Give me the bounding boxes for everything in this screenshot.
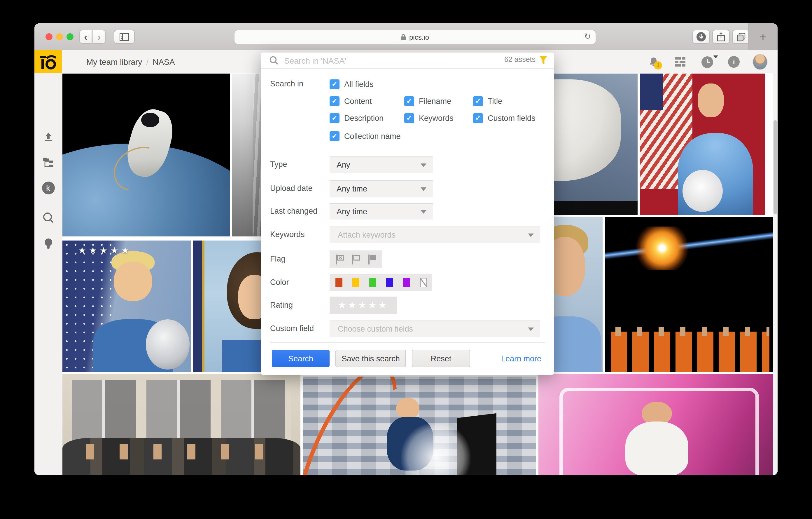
checkbox-filename[interactable]: ✓Filename — [404, 96, 451, 106]
chevron-down-icon — [714, 55, 718, 58]
breadcrumb-separator: / — [146, 57, 148, 66]
search-button[interactable]: Search — [272, 350, 329, 367]
app-sidebar: k ? — [34, 73, 62, 475]
search-input[interactable] — [283, 53, 460, 68]
checkbox-title[interactable]: ✓Title — [473, 96, 502, 106]
advanced-search-panel: 62 assets Search in ✓All fields ✓Content… — [261, 53, 554, 375]
bw-photos-decoration — [72, 380, 291, 444]
address-bar[interactable]: pics.io ↻ — [234, 30, 596, 44]
last-changed-value: Any time — [337, 207, 367, 216]
checkbox-content[interactable]: ✓Content — [329, 96, 372, 106]
thumbnail-rating-stars[interactable]: ★★★★★ — [78, 245, 132, 256]
checkbox-collection-name[interactable]: ✓Collection name — [329, 131, 401, 141]
type-dropdown[interactable]: Any — [329, 157, 433, 173]
thumbnail-pink-module[interactable] — [539, 374, 773, 475]
type-value: Any — [337, 160, 350, 169]
checkbox-keywords[interactable]: ✓Keywords — [404, 113, 454, 123]
thumbnail-iss-lab[interactable] — [303, 377, 536, 475]
view-mode-button[interactable] — [673, 54, 688, 70]
custom-field[interactable] — [337, 324, 506, 334]
minimize-window-button[interactable] — [56, 33, 63, 40]
upload-button[interactable] — [34, 129, 62, 146]
flag-canton-decoration — [640, 74, 662, 110]
help-button[interactable]: ? — [34, 473, 62, 475]
breadcrumb-library[interactable]: My team library — [86, 57, 142, 66]
collections-tree-button[interactable] — [34, 154, 62, 171]
forward-button[interactable]: › — [93, 30, 106, 44]
reload-icon[interactable]: ↻ — [584, 31, 591, 41]
desktop-background: ‹ › pics.io ↻ + — [0, 0, 812, 519]
thumbnail-group-portrait[interactable] — [62, 374, 300, 475]
color-swatch-green[interactable] — [369, 278, 376, 287]
close-window-button[interactable] — [46, 33, 53, 40]
new-tab-button[interactable]: + — [748, 23, 778, 50]
save-search-button[interactable]: Save this search — [336, 350, 406, 367]
faces-decoration — [77, 444, 286, 459]
upload-date-value: Any time — [337, 184, 367, 193]
panel-divider — [270, 342, 545, 343]
filter-icon[interactable] — [540, 56, 547, 65]
checkbox-description[interactable]: ✓Description — [329, 113, 383, 123]
lightbulb-icon — [44, 238, 53, 250]
checkbox-checked-icon: ✓ — [329, 131, 340, 141]
last-changed-label: Last changed — [270, 206, 317, 217]
downloads-button[interactable] — [692, 30, 710, 44]
color-swatch-yellow[interactable] — [352, 278, 359, 287]
scrollbar-thumb[interactable] — [774, 120, 777, 214]
flag-rejected-icon[interactable] — [335, 254, 344, 264]
k-circle-icon: k — [42, 182, 55, 194]
search-icon — [269, 56, 278, 65]
color-swatch-red[interactable] — [335, 278, 342, 287]
thumbnail-mustache-astronaut[interactable] — [640, 74, 765, 215]
checkbox-custom-fields[interactable]: ✓Custom fields — [473, 113, 535, 123]
zoom-window-button[interactable] — [66, 33, 74, 40]
picsio-logo[interactable] — [34, 50, 62, 73]
color-swatch-blue[interactable] — [386, 278, 393, 287]
collections-tree-icon — [42, 157, 54, 168]
keywords-input[interactable] — [329, 226, 540, 243]
thumbnail-astronaut-portrait-flag[interactable] — [62, 241, 191, 372]
thumbnail-spacewalk[interactable] — [62, 74, 230, 237]
flag-unflagged-icon[interactable] — [351, 254, 360, 264]
search-nav-button[interactable] — [34, 209, 62, 226]
rating-stars-icon[interactable]: ★★★★★ — [338, 301, 388, 310]
chevron-down-icon — [420, 210, 427, 214]
checkbox-checked-icon: ✓ — [473, 113, 483, 123]
notifications-button[interactable]: 1 — [646, 54, 661, 70]
sidebar-toggle-button[interactable] — [114, 30, 135, 44]
back-button[interactable]: ‹ — [79, 30, 92, 44]
custom-field-input[interactable] — [329, 321, 540, 337]
checkbox-checked-icon: ✓ — [329, 113, 340, 123]
flag-flagged-icon[interactable] — [368, 254, 377, 264]
account-menu[interactable] — [753, 54, 768, 70]
color-swatch-none[interactable] — [420, 278, 427, 287]
breadcrumb-collection[interactable]: NASA — [152, 57, 175, 66]
thumbnail-crew-sunrise[interactable] — [605, 217, 773, 372]
download-icon — [696, 31, 706, 42]
last-changed-dropdown[interactable]: Any time — [329, 203, 433, 219]
crew-heads-decoration — [608, 327, 770, 336]
checkbox-checked-icon: ✓ — [473, 96, 483, 106]
share-button[interactable] — [712, 30, 730, 44]
keywords-label: Keywords — [270, 229, 305, 240]
checkbox-all-fields[interactable]: ✓All fields — [329, 79, 374, 89]
rating-filter[interactable]: ★★★★★ — [329, 297, 397, 314]
helmet-decoration — [146, 319, 190, 369]
shirt-decoration — [625, 421, 688, 475]
forward-icon: › — [97, 32, 100, 42]
tab-overview-button[interactable] — [732, 30, 750, 44]
keyboard-shortcuts-button[interactable]: k — [34, 179, 62, 197]
assets-count: 62 assets — [504, 55, 535, 64]
ideas-button[interactable] — [34, 235, 62, 253]
chevron-down-icon — [420, 163, 427, 167]
recent-activity-button[interactable] — [699, 54, 715, 70]
checkbox-checked-icon: ✓ — [404, 113, 414, 123]
keywords-field[interactable] — [337, 230, 506, 240]
info-button[interactable]: i — [726, 54, 742, 70]
chevron-down-icon — [528, 234, 534, 237]
reset-button[interactable]: Reset — [412, 350, 470, 367]
rating-label: Rating — [270, 300, 293, 310]
color-swatch-purple[interactable] — [403, 278, 410, 287]
learn-more-link[interactable]: Learn more — [501, 354, 541, 363]
upload-date-dropdown[interactable]: Any time — [329, 181, 433, 197]
